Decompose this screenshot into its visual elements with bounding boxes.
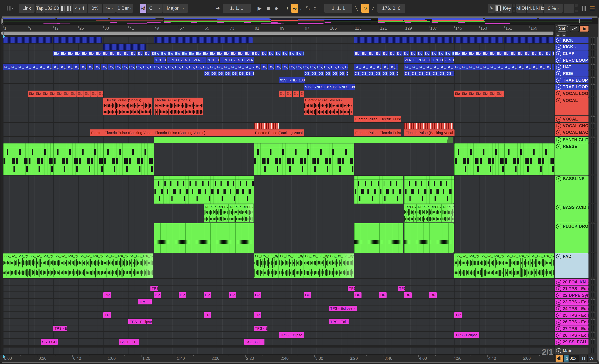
track-header-perc-loop[interactable]: ▶PERC LOOP (555, 57, 589, 63)
clip-electric-pulse-backing-vocal[interactable]: Electric Pulse (Backing Vocal (254, 129, 305, 136)
track-header-28-tps-eclips[interactable]: ▶28 TPS - Eclips (555, 332, 589, 338)
clip-cell[interactable]: Ele (438, 51, 444, 56)
clip-cell[interactable]: Ele (293, 90, 299, 97)
track-header-21-tps-eclips[interactable]: ▶21 TPS - Eclips (555, 285, 589, 291)
clip-cell[interactable]: DS_ (461, 64, 468, 70)
clip-cell[interactable]: DS_ (311, 71, 317, 76)
clip-group-ss-da-120-sy[interactable]: SS_DA_120_sySS_DA_120_sySS_DA_120_sySS_D… (254, 253, 354, 278)
clip-group-ds[interactable]: DS_DS_DS_DS_DS_DS_DS_ (354, 71, 398, 76)
track-play-icon[interactable]: ▶ (556, 137, 561, 142)
clip-cell[interactable]: DS_ (216, 64, 223, 70)
track-header-synth-glitch[interactable]: ▶SYNTH GLITCH (555, 137, 589, 143)
clip-cell[interactable]: DS_ (453, 71, 454, 76)
track-header-trap-loop-ki[interactable]: ▶TRAP LOOP KI (555, 77, 589, 83)
clip-cell[interactable]: Ele (137, 51, 143, 56)
clip-cell[interactable]: DS_ (531, 64, 537, 70)
clip-audio-cell[interactable]: SS_DA_120_sy (454, 253, 479, 278)
clip-cell[interactable]: DS_ (160, 64, 167, 70)
clip-cell[interactable]: DS_ (475, 64, 482, 70)
scale-name-menu[interactable]: Major▾ (163, 4, 188, 13)
track-play-icon[interactable]: ▶ (556, 286, 561, 292)
main-track-lane[interactable] (3, 347, 555, 354)
track-header-vocal[interactable]: ▼VOCAL (555, 98, 589, 115)
clip-cell[interactable]: Ele (503, 51, 510, 56)
clip-cell[interactable]: Ele (102, 51, 109, 56)
clip-cell[interactable]: ZEN_EI (220, 57, 233, 63)
clip-audio-cell[interactable]: SS_DA_120_sy (53, 253, 78, 278)
track-lane-vocal-backi[interactable]: ElectriElectric Pulse (Backing VocalElec… (3, 129, 555, 136)
clip-cell[interactable]: DS_ (52, 64, 59, 70)
follow-link-icon[interactable] (570, 25, 579, 32)
track-header-kick[interactable]: ▶KICK (555, 37, 589, 43)
track-play-icon[interactable]: ▶ (556, 117, 561, 122)
clip-cell[interactable]: DS_ (73, 64, 79, 70)
clip-cell[interactable]: Ele (538, 51, 545, 56)
clip-cell[interactable]: DS_ (45, 64, 52, 70)
clip-pluck-pattern[interactable] (404, 223, 454, 253)
clip-cell[interactable]: DS_ (17, 64, 24, 70)
track-lane-perc-loop[interactable]: ZEN_EIZEN_EIZEN_EIZEN_EIZEN_EIZEN_EIZEN_… (3, 57, 555, 63)
clip-cell[interactable]: DS_ (204, 71, 210, 76)
track-lane-reese[interactable] (3, 143, 555, 175)
arrangement-overview[interactable] (1, 17, 598, 25)
track-lane-pluck-drop[interactable] (3, 223, 555, 253)
clip-group-ds[interactable]: DS_DS_DS_DS_DS_DS_DS_DS_ (404, 64, 454, 70)
clip-midi-stripes[interactable] (53, 37, 101, 43)
clip-group-ele[interactable]: EleEleEleEleEleEleEleEleEleEleEleEleEleE… (154, 51, 254, 56)
clip-cell[interactable]: Ele (279, 90, 285, 97)
lock-icon[interactable] (579, 25, 589, 32)
clip-cell[interactable]: Ele (531, 51, 537, 56)
clip-midi-notes[interactable] (304, 143, 354, 175)
track-header-vocal-backi[interactable]: ▶VOCAL BACKI (555, 129, 589, 136)
clip-cell[interactable]: Ele (282, 51, 288, 56)
clip-audio-cell[interactable]: DPPE A (429, 204, 442, 222)
clip-cell[interactable]: ZEN_EI (417, 57, 430, 63)
clip-cell[interactable]: DS_ (101, 64, 107, 70)
clip-dp[interactable]: DP (304, 292, 311, 298)
clip-audio-electric-pulse-vocals[interactable]: Electric Pulse (Vocals) (154, 98, 203, 115)
clip-cell[interactable]: Ele (42, 90, 49, 97)
clip-cell[interactable]: DS_ (361, 71, 368, 76)
clip-cell[interactable]: DS_ (524, 64, 530, 70)
clip-cell[interactable]: Ele (468, 51, 475, 56)
clip-dp[interactable]: DP (404, 292, 412, 298)
clip-cell[interactable]: DS_ (325, 71, 331, 76)
scale-mode-button[interactable]: ♭♯ (140, 4, 146, 13)
track-lane-vocal[interactable]: Electric PulseElectric Pulse (3, 116, 555, 122)
clip-cell[interactable]: DS_ (115, 64, 121, 70)
clip-midi-notes[interactable] (404, 176, 454, 204)
track-play-icon[interactable]: ▶ (556, 58, 561, 63)
clip-cell[interactable]: Ele (237, 51, 244, 56)
clip-cell[interactable]: Ele (289, 51, 295, 56)
track-header-bassline[interactable]: ▼BASSLINE (555, 176, 589, 204)
groove-amount-field[interactable]: 0% (88, 4, 102, 13)
clip-group-ele[interactable]: EleEleEleEleEleEleEleEleEleEleEleEleEleE… (53, 51, 153, 56)
clip-tps-e[interactable]: TPS - E (254, 326, 268, 331)
playback-speed-field[interactable]: 1.00x (563, 355, 579, 362)
clip-audio-electric-pulse-vocals[interactable]: Electric Pulse (Vocals) (304, 98, 353, 115)
clip-cell[interactable]: DS_ (268, 64, 274, 70)
track-lane-clap[interactable]: EleEleEleEleEleEleEleEleEleEleEleEleEleE… (3, 50, 555, 57)
fold-down-icon[interactable]: ▼ (556, 98, 561, 103)
track-header-24-tps-eclips[interactable]: ▶24 TPS - Eclips (555, 305, 589, 311)
track-header-25-tps-eclips[interactable]: ▶25 TPS - Eclips (555, 312, 589, 318)
clip-cell[interactable]: DS_ (150, 64, 153, 70)
clip-dp[interactable]: DP (429, 292, 437, 298)
clip-electric-pulse-backing-vocal[interactable]: Electric Pulse (Backing Vocal (404, 129, 455, 136)
clip-cell[interactable]: DS_ (238, 71, 245, 76)
clip-tps[interactable]: TPS (150, 286, 158, 291)
clip-cell[interactable]: Ele (160, 51, 167, 56)
clip-cell[interactable]: Ele (361, 51, 368, 56)
track-play-icon[interactable]: ▶ (556, 38, 561, 43)
time-ruler[interactable]: 0:000:200:401:001:201:402:002:202:403:00… (0, 354, 555, 362)
nudge-down-icon[interactable] (60, 4, 66, 13)
clip-cell[interactable]: Ele (503, 90, 504, 97)
clip-cell[interactable]: Ele (454, 51, 461, 56)
clip-cell[interactable]: DS_ (425, 71, 432, 76)
clip-cell[interactable]: DS_ (446, 64, 453, 70)
clip-audio-cell[interactable]: SS_DA_120_sy (28, 253, 53, 278)
clip-cell[interactable]: DS_ (344, 64, 348, 70)
clip-cell[interactable]: DS_ (31, 64, 38, 70)
clip-cell[interactable]: Ele (188, 51, 195, 56)
clip-cell[interactable]: DS_ (439, 71, 446, 76)
